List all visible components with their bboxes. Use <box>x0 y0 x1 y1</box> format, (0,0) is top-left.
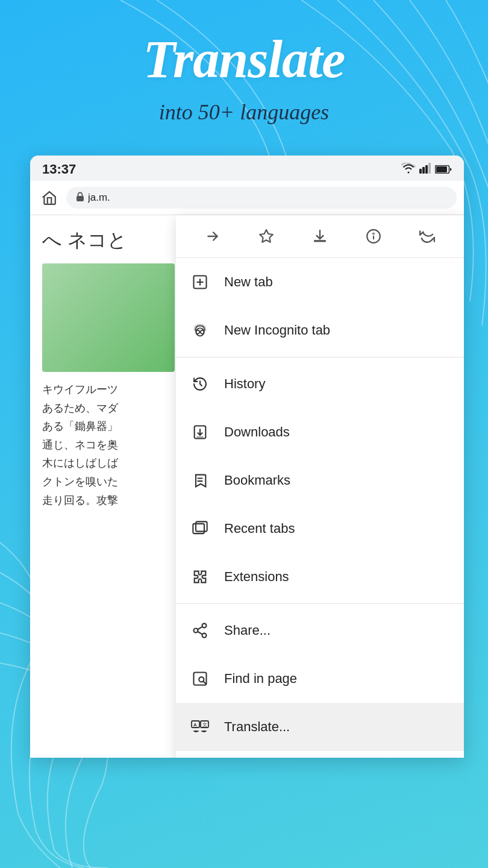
recent-tabs-icon <box>190 519 210 538</box>
page-image <box>42 263 175 372</box>
menu-item-downloads[interactable]: Downloads <box>176 408 464 456</box>
page-content: へ ネコと キウイフルーツあるため、マダある「鋤鼻器」通じ、ネコを奥木にはしばし… <box>30 215 464 758</box>
menu-reload-button[interactable] <box>413 222 441 250</box>
svg-line-30 <box>198 632 202 635</box>
battery-icon <box>435 163 452 177</box>
svg-line-31 <box>198 627 202 630</box>
svg-rect-6 <box>77 196 84 201</box>
menu-item-history[interactable]: History <box>176 360 464 408</box>
lock-icon <box>76 192 84 204</box>
svg-rect-0 <box>419 169 422 174</box>
incognito-label: New Incognito tab <box>224 322 330 338</box>
status-time: 13:37 <box>42 162 76 177</box>
menu-item-new-tab[interactable]: New tab <box>176 258 464 306</box>
svg-line-34 <box>204 682 206 684</box>
menu-item-add-to-home[interactable]: Add to Home screen <box>176 751 464 758</box>
extensions-icon <box>190 567 210 587</box>
dropdown-menu: New tab <box>176 215 464 758</box>
downloads-icon <box>190 423 210 442</box>
svg-point-9 <box>374 233 374 234</box>
signal-icon <box>419 163 431 177</box>
svg-text:A: A <box>193 722 197 728</box>
new-tab-label: New tab <box>224 274 273 290</box>
recent-tabs-label: Recent tabs <box>224 521 295 536</box>
new-tab-icon <box>190 272 210 292</box>
dropdown-toolbar <box>176 215 464 258</box>
incognito-icon <box>190 321 210 340</box>
menu-divider-1 <box>176 357 464 357</box>
svg-rect-24 <box>193 524 204 533</box>
status-bar: 13:37 <box>30 156 464 181</box>
menu-item-bookmarks[interactable]: Bookmarks <box>176 456 464 505</box>
bookmarks-label: Bookmarks <box>224 473 290 488</box>
extensions-label: Extensions <box>224 569 289 585</box>
home-button[interactable] <box>37 186 61 210</box>
url-text: ja.m. <box>88 192 110 204</box>
svg-rect-5 <box>436 166 447 172</box>
find-in-page-label: Find in page <box>224 671 297 687</box>
menu-info-button[interactable] <box>360 222 387 250</box>
browser-frame: 13:37 <box>30 156 464 758</box>
find-in-page-icon <box>190 669 210 688</box>
share-icon <box>190 621 210 640</box>
history-icon <box>190 374 210 394</box>
menu-item-translate[interactable]: A 文 Translate... <box>176 703 464 751</box>
downloads-label: Downloads <box>224 424 290 440</box>
menu-star-button[interactable] <box>252 222 280 250</box>
bookmarks-icon <box>190 471 210 490</box>
browser-toolbar: ja.m. <box>30 181 464 215</box>
svg-text:文: 文 <box>202 722 207 728</box>
menu-item-find-in-page[interactable]: Find in page <box>176 655 464 703</box>
menu-item-recent-tabs[interactable]: Recent tabs <box>176 505 464 553</box>
translate-icon: A 文 <box>190 717 210 737</box>
svg-rect-2 <box>425 165 428 174</box>
hero-subtitle: into 50+ languages <box>0 99 488 125</box>
status-icons <box>401 163 452 177</box>
address-bar[interactable]: ja.m. <box>66 187 457 209</box>
share-label: Share... <box>224 623 271 638</box>
menu-item-extensions[interactable]: Extensions <box>176 553 464 601</box>
svg-rect-3 <box>428 163 431 174</box>
svg-rect-1 <box>422 167 425 174</box>
wifi-icon <box>401 163 416 177</box>
menu-item-incognito[interactable]: New Incognito tab <box>176 306 464 354</box>
svg-rect-25 <box>196 521 207 531</box>
translate-label: Translate... <box>224 719 290 735</box>
menu-item-share[interactable]: Share... <box>176 606 464 655</box>
menu-forward-button[interactable] <box>199 222 227 250</box>
history-label: History <box>224 376 265 392</box>
hero-title: Translate <box>0 33 488 86</box>
menu-download-button[interactable] <box>306 222 334 250</box>
menu-divider-2 <box>176 603 464 604</box>
